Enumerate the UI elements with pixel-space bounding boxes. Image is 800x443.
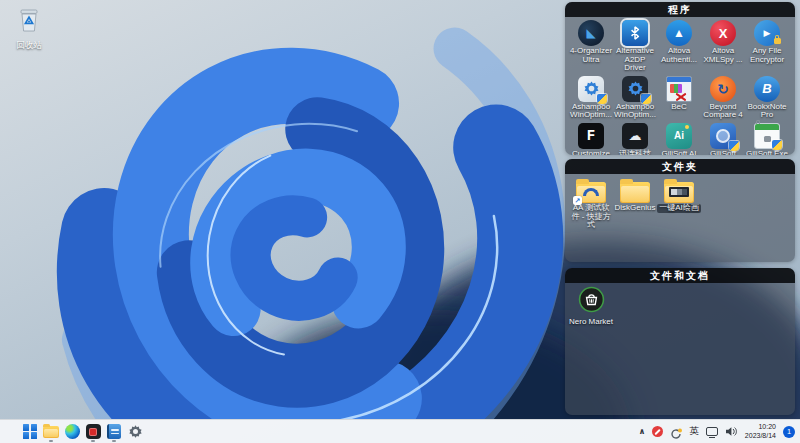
app-item-bec[interactable]: BeC xyxy=(657,76,701,120)
folder-shortcut-icon: ↗ xyxy=(576,182,606,203)
clock-time: 10:20 xyxy=(745,423,776,432)
data-recovery-icon xyxy=(710,123,736,149)
files-grid: Nero Market xyxy=(565,283,795,330)
ai-toolkit-icon: Ai xyxy=(666,123,692,149)
app-item-gilisoft-ai[interactable]: AiGiliSoft AI Toolkit xyxy=(657,123,701,155)
clock-date: 2023/8/14 xyxy=(745,432,776,441)
folder-icon xyxy=(43,426,59,438)
fences-panel-folders: 文件夹 ↗AA 测试软件 - 快捷方式 DiskGenius 一键AI绘画 xyxy=(565,159,795,262)
folder-photo-icon xyxy=(664,182,694,203)
windows-start-icon xyxy=(23,424,37,438)
desktop: 回收站 程序 ◣4-Organizer Ultra Alternative A2… xyxy=(0,0,800,443)
uac-shield-icon xyxy=(597,94,607,104)
exe-lock-icon xyxy=(754,123,780,149)
uac-shield-icon xyxy=(772,140,782,150)
app-item-fences[interactable]: FCustomize Fences xyxy=(569,123,613,155)
panel-header-programs[interactable]: 程序 xyxy=(565,2,795,17)
fences-panel-programs: 程序 ◣4-Organizer Ultra Alternative A2DP D… xyxy=(565,2,795,155)
recycle-bin-label: 回收站 xyxy=(16,40,42,52)
app-item-altova-authentic[interactable]: ▲Altova Authenti... xyxy=(657,20,701,73)
taskbar: ∧ 英 10:20 2023/8/14 1 xyxy=(0,419,800,443)
start-button[interactable] xyxy=(21,421,39,442)
fences-icon: F xyxy=(578,123,604,149)
media-app-icon xyxy=(86,424,101,439)
altova-xmlspy-icon: X xyxy=(710,20,736,46)
app-item-4organizer[interactable]: ◣4-Organizer Ultra xyxy=(569,20,613,73)
running-indicator xyxy=(91,440,95,443)
clock[interactable]: 10:20 2023/8/14 xyxy=(745,423,776,440)
altova-authentic-icon: ▲ xyxy=(666,20,692,46)
taskbar-app-buttons xyxy=(21,421,144,442)
basket-icon xyxy=(578,286,605,317)
tray-display-icon[interactable] xyxy=(706,427,718,436)
tray-update-icon[interactable] xyxy=(670,426,682,438)
play-lock-icon: ▶ xyxy=(754,20,780,46)
panel-header-files[interactable]: 文件和文档 xyxy=(565,268,795,283)
recycle-bin[interactable]: 回收站 xyxy=(4,5,54,52)
app-item-beyond-compare[interactable]: ↻Beyond Compare 4 xyxy=(701,76,745,120)
bluetooth-speaker-icon xyxy=(622,20,648,46)
uac-shield-icon xyxy=(641,94,651,104)
app-item-winoptimizer-2[interactable]: Ashampoo WinOptim... xyxy=(613,76,657,120)
folder-item-ai-paint[interactable]: 一键AI绘画 xyxy=(657,177,701,230)
tray-chevron-up-icon[interactable]: ∧ xyxy=(639,427,646,436)
running-indicator xyxy=(112,440,116,443)
gear-shield-dark-icon xyxy=(622,76,648,102)
folders-grid: ↗AA 测试软件 - 快捷方式 DiskGenius 一键AI绘画 xyxy=(565,174,795,233)
running-indicator xyxy=(49,440,53,443)
edge-browser-icon xyxy=(65,424,80,439)
reader-app-icon xyxy=(107,424,121,439)
panel-header-folders[interactable]: 文件夹 xyxy=(565,159,795,174)
system-tray: ∧ 英 10:20 2023/8/14 1 xyxy=(639,423,795,441)
app-item-cyberlink[interactable]: ☁讯连科技 Applicati... xyxy=(613,123,657,155)
app-item-gilisoft-exelock[interactable]: GiliSoft Exe Lock xyxy=(745,123,789,155)
app-item-winoptimizer-1[interactable]: Ashampoo WinOptim... xyxy=(569,76,613,120)
uac-shield-icon xyxy=(729,141,739,151)
app-item-bookxnote[interactable]: BBookxNote Pro xyxy=(745,76,789,120)
tray-speaker-icon[interactable] xyxy=(725,423,738,441)
recycle-bin-icon xyxy=(14,5,44,39)
fences-panel-files: 文件和文档 Nero Market xyxy=(565,268,795,415)
organizer-icon: ◣ xyxy=(578,20,604,46)
bookxnote-icon: B xyxy=(754,76,780,102)
tray-blocked-status-icon[interactable] xyxy=(652,426,663,437)
file-explorer-button[interactable] xyxy=(42,421,60,442)
folder-icon xyxy=(620,182,650,203)
programs-grid: ◣4-Organizer Ultra Alternative A2DP Driv… xyxy=(565,17,795,155)
media-app-button[interactable] xyxy=(84,421,102,442)
folder-item-aa-test[interactable]: ↗AA 测试软件 - 快捷方式 xyxy=(569,177,613,230)
window-scissors-icon xyxy=(666,76,692,102)
lock-icon xyxy=(774,38,781,44)
gear-icon xyxy=(128,424,143,439)
notification-count-badge[interactable]: 1 xyxy=(783,426,795,438)
ime-language-indicator[interactable]: 英 xyxy=(689,425,699,438)
edge-browser-button[interactable] xyxy=(63,421,81,442)
gear-shield-light-icon xyxy=(578,76,604,102)
settings-button[interactable] xyxy=(126,421,144,442)
lock-icon xyxy=(764,136,771,142)
folder-item-diskgenius[interactable]: DiskGenius xyxy=(613,177,657,230)
reader-app-button[interactable] xyxy=(105,421,123,442)
app-item-gilisoft-data[interactable]: GiliSoft Data R... xyxy=(701,123,745,155)
file-item-nero-market[interactable]: Nero Market xyxy=(569,286,613,327)
app-item-any-file-encryptor[interactable]: ▶Any File Encryptor xyxy=(745,20,789,73)
cloud-icon: ☁ xyxy=(622,123,648,149)
shortcut-arrow-icon: ↗ xyxy=(573,196,582,205)
compare-swirl-icon: ↻ xyxy=(710,76,736,102)
app-item-altova-xmlspy[interactable]: XAltova XMLSpy ... xyxy=(701,20,745,73)
app-item-a2dp-driver[interactable]: Alternative A2DP Driver xyxy=(613,20,657,73)
